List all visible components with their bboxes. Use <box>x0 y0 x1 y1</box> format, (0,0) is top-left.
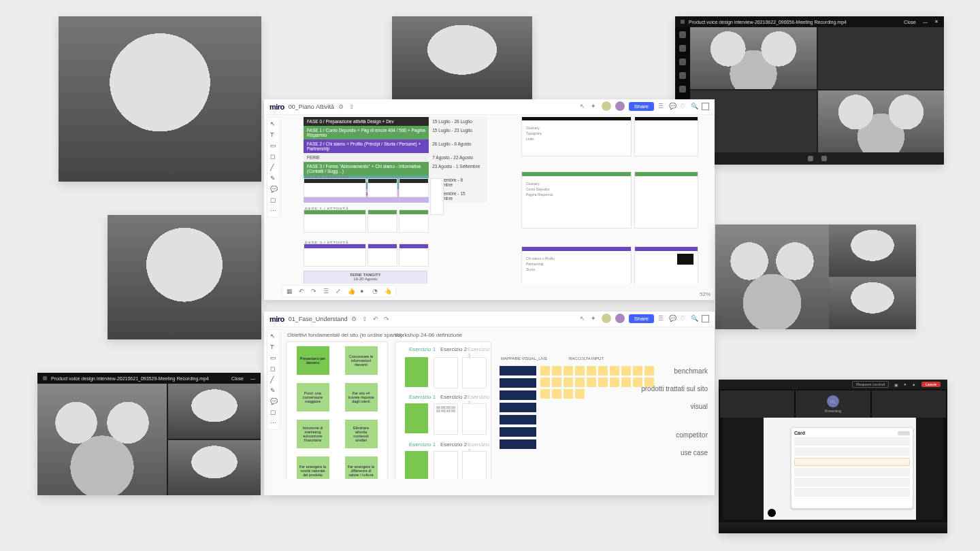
redo-icon[interactable]: ↷ <box>384 316 391 322</box>
pen-tool-icon[interactable]: ✎ <box>270 175 277 182</box>
text-tool-icon[interactable]: T <box>270 344 277 350</box>
camera-icon[interactable]: ▣ <box>894 382 898 387</box>
calendar-icon[interactable] <box>679 72 686 79</box>
miro-board-understand: miro 01_Fase_Understand ⚙ ⇪ ↶ ↷ ↖ ✦ Shar… <box>264 312 715 495</box>
play-icon[interactable] <box>808 156 813 161</box>
comment-icon[interactable]: 💬 <box>669 103 676 110</box>
sparkle-icon[interactable]: ✦ <box>591 103 598 110</box>
comment-icon[interactable]: 💬 <box>669 315 676 322</box>
label-usecase: use case <box>681 449 708 456</box>
pen-tool-icon[interactable]: ✎ <box>270 387 277 394</box>
participant-strip: HL Presenting <box>719 389 947 419</box>
minimize-icon[interactable]: — <box>923 20 928 24</box>
miro-board-plan: miro 00_Piano Attività ⚙ ⇪ ↖ ✦ Share ☰ 💬… <box>264 99 715 300</box>
mic-icon[interactable]: ● <box>904 382 906 386</box>
comment-tool-icon[interactable]: 💬 <box>270 186 277 193</box>
thumbs-icon[interactable]: 👍 <box>348 288 355 295</box>
reaction-icon[interactable]: ♡ <box>680 103 687 110</box>
frames-icon[interactable]: ▦ <box>287 288 293 295</box>
sticky[interactable]: Far emergere la novità naturale del prod… <box>297 456 329 479</box>
sparkle-icon[interactable]: ✦ <box>591 315 598 322</box>
sticky[interactable]: Eliminare talvolta contenuti similari <box>345 420 378 448</box>
close-icon[interactable]: ✕ <box>934 19 938 24</box>
shape-tool-icon[interactable]: ◻ <box>270 365 277 372</box>
miro-logo: miro <box>270 103 284 111</box>
reaction-icon[interactable]: ♡ <box>680 315 687 322</box>
more-tool-icon[interactable]: ⋯ <box>270 420 277 427</box>
shared-figma: Card <box>723 418 943 520</box>
label-prodotti: prodotti trattati sul sito <box>641 385 708 393</box>
cursor-icon[interactable]: ↖ <box>580 315 587 322</box>
avatar-1[interactable] <box>602 314 611 323</box>
redo-icon[interactable]: ↷ <box>311 288 318 295</box>
avatar-2[interactable] <box>615 101 625 111</box>
sticky[interactable]: Punti: una conversione maggiore <box>297 383 329 412</box>
close-button[interactable]: Close <box>904 20 916 24</box>
bell-icon[interactable]: ☰ <box>658 103 665 110</box>
pointer-icon[interactable]: 👆 <box>385 288 391 295</box>
shape-tool-icon[interactable]: ◻ <box>270 153 277 160</box>
sticky[interactable]: Far sito v4 trovare risposte dagli utent… <box>345 383 378 412</box>
teams-icon[interactable] <box>679 59 686 65</box>
ferie-block: FERIE TANGITY 16-20 Agosto <box>304 271 427 284</box>
line-tool-icon[interactable]: ╱ <box>270 376 277 383</box>
search-icon[interactable]: 🔍 <box>691 315 698 322</box>
map-icon[interactable]: ☰ <box>323 288 330 295</box>
record-icon[interactable]: ● <box>360 288 367 295</box>
close-button[interactable]: Close <box>231 376 244 381</box>
select-tool-icon[interactable]: ↖ <box>270 333 277 339</box>
more-tool-icon[interactable]: ⋯ <box>270 207 277 214</box>
zoom-fit-icon[interactable]: ⤢ <box>336 288 342 295</box>
sticky[interactable]: Presentarci per davvero <box>297 346 329 375</box>
cursor-icon[interactable]: ↖ <box>580 103 587 110</box>
video-grid <box>690 27 944 152</box>
sticky-tool-icon[interactable]: ▭ <box>270 142 277 149</box>
miro-canvas[interactable]: FASE 0 / Preparazione attività Design + … <box>283 117 710 284</box>
minimize-icon[interactable]: — <box>250 376 255 381</box>
request-control[interactable]: Request control <box>852 381 889 388</box>
share-button[interactable]: Share <box>629 314 654 323</box>
undo-icon[interactable]: ↶ <box>299 288 306 295</box>
avatar-1[interactable] <box>602 101 611 111</box>
phase-row: FASE 0 / Preparazione attività Design + … <box>304 117 429 126</box>
sticky[interactable]: Istruzione di marketing educazione finan… <box>297 420 329 448</box>
window-menu-icon[interactable] <box>43 376 47 380</box>
miro-canvas-2[interactable]: Obiettivi fondamentali del sito (in ordi… <box>283 329 710 479</box>
sticky[interactable]: Comunicare le informazioni rilevanti <box>345 346 378 375</box>
card-title: Card <box>794 431 805 435</box>
frame-tool-icon[interactable]: ▢ <box>270 197 277 203</box>
export-icon[interactable]: ⇪ <box>349 103 356 110</box>
text-tool-icon[interactable]: T <box>270 131 277 138</box>
sticky-tool-icon[interactable]: ▭ <box>270 354 277 361</box>
comment-tool-icon[interactable]: 💬 <box>270 398 277 405</box>
chat-icon[interactable] <box>679 45 686 52</box>
photo-home-monitor <box>108 215 261 339</box>
grid-icon[interactable] <box>702 103 709 110</box>
timer-icon[interactable]: ◔ <box>372 288 379 295</box>
photo-call-trio <box>715 224 916 329</box>
bell-icon[interactable]: ☰ <box>658 315 665 322</box>
pause-icon[interactable] <box>821 156 827 161</box>
obj-heading: Obiettivi fondamentali del sito (in ordi… <box>287 332 402 338</box>
board-title-2[interactable]: 01_Fase_Understand <box>289 316 348 322</box>
share-button[interactable]: Share <box>629 102 654 111</box>
line-tool-icon[interactable]: ╱ <box>270 164 277 171</box>
zoom-level[interactable]: 52% <box>700 291 710 297</box>
export-icon[interactable]: ⇪ <box>362 316 369 322</box>
calls-icon[interactable] <box>679 86 686 93</box>
grid-icon[interactable] <box>702 315 709 322</box>
sticky[interactable]: Far emergere la differenza di valore / c… <box>345 456 378 479</box>
avatar-2[interactable] <box>615 314 625 323</box>
board-title[interactable]: 00_Piano Attività <box>289 103 334 110</box>
leave-button[interactable]: Leave <box>921 382 941 387</box>
undo-icon[interactable]: ↶ <box>373 316 380 322</box>
select-tool-icon[interactable]: ↖ <box>270 120 277 127</box>
settings-icon[interactable]: ⚙ <box>338 103 345 110</box>
frame-tool-icon[interactable]: ▢ <box>270 409 277 416</box>
settings-icon[interactable]: ⚙ <box>351 316 358 322</box>
search-icon[interactable]: 🔍 <box>691 103 698 110</box>
miro-toolbar: ↖ T ▭ ◻ ╱ ✎ 💬 ▢ ⋯ <box>267 117 280 218</box>
share-icon[interactable]: ▲ <box>912 382 916 386</box>
activity-icon[interactable] <box>679 31 686 38</box>
window-menu-icon[interactable] <box>681 20 685 24</box>
